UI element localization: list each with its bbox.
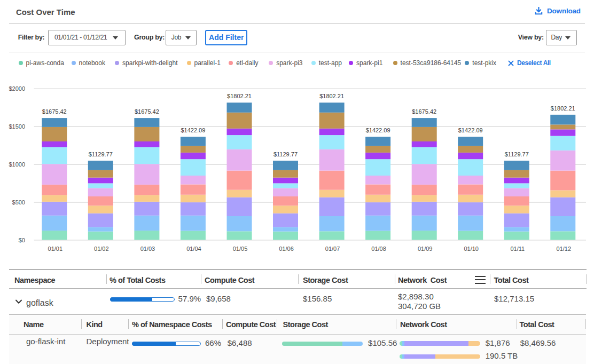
svg-text:01/03: 01/03 — [140, 246, 155, 252]
svg-text:01/01: 01/01 — [48, 246, 63, 252]
svg-text:$2000: $2000 — [9, 85, 25, 92]
svg-text:$1129.77: $1129.77 — [273, 151, 298, 157]
svg-text:01/05: 01/05 — [233, 246, 248, 252]
svg-text:$1802.21: $1802.21 — [227, 93, 252, 99]
svg-text:$500: $500 — [12, 199, 25, 205]
svg-text:01/06: 01/06 — [279, 246, 294, 252]
svg-text:01/04: 01/04 — [186, 246, 201, 252]
svg-text:$1129.77: $1129.77 — [505, 151, 529, 157]
svg-text:$1422.09: $1422.09 — [366, 127, 390, 133]
svg-text:01/07: 01/07 — [325, 246, 340, 252]
svg-text:01/09: 01/09 — [418, 246, 433, 252]
svg-text:$1802.21: $1802.21 — [551, 105, 575, 112]
svg-text:$0: $0 — [19, 237, 25, 243]
svg-text:$1000: $1000 — [9, 161, 25, 168]
svg-text:$1675.42: $1675.42 — [135, 108, 159, 115]
svg-text:$1422.09: $1422.09 — [181, 127, 205, 133]
svg-text:$1422.09: $1422.09 — [458, 127, 483, 133]
svg-text:01/11: 01/11 — [510, 246, 525, 252]
svg-text:$1802.21: $1802.21 — [319, 93, 344, 99]
svg-text:$1675.42: $1675.42 — [42, 108, 67, 115]
svg-text:$1675.42: $1675.42 — [412, 108, 436, 115]
svg-text:$1129.77: $1129.77 — [89, 151, 113, 157]
svg-text:01/10: 01/10 — [464, 246, 479, 252]
svg-text:$1500: $1500 — [9, 123, 25, 130]
svg-text:01/08: 01/08 — [371, 246, 386, 252]
svg-text:01/02: 01/02 — [94, 246, 109, 252]
svg-text:01/12: 01/12 — [557, 246, 572, 252]
